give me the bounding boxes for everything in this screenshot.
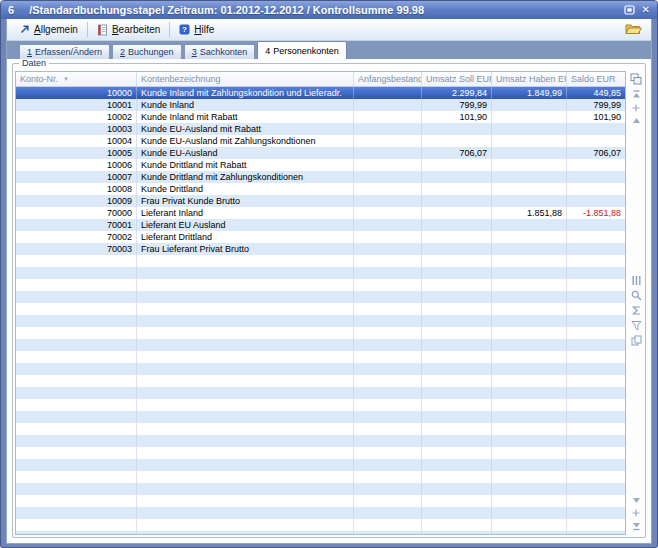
title-bar[interactable]: 6 /Standardbuchungsstapel Zeitraum: 01.2…	[1, 1, 657, 19]
cell-anfang	[354, 291, 422, 303]
cell-saldo	[567, 351, 625, 363]
cell-bez	[137, 279, 354, 291]
allgemein-button[interactable]: Allgemein	[13, 22, 84, 37]
table-row[interactable]: 70002Lieferant Drittland	[16, 231, 625, 243]
column-options-button[interactable]	[631, 275, 642, 286]
cell-konto	[16, 267, 137, 279]
content-area: Daten Konto-Nr. ▼ Kontenbezeichnung Anfa…	[7, 59, 651, 543]
scroll-to-bottom-button[interactable]	[632, 522, 641, 531]
filter-button[interactable]	[631, 320, 642, 331]
tab-personenkonten[interactable]: 4Personenkonten	[257, 41, 347, 59]
table-row[interactable]: 10003Kunde EU-Ausland mit Rabatt	[16, 123, 625, 135]
bearbeiten-button[interactable]: Bearbeiten	[91, 22, 166, 38]
current-row-button[interactable]	[632, 104, 640, 112]
cell-anfang	[354, 135, 422, 147]
cell-anfang	[354, 207, 422, 219]
table-row[interactable]: 70001Lieferant EU Ausland	[16, 219, 625, 231]
column-header-kontenbezeichnung[interactable]: Kontenbezeichnung	[137, 72, 354, 86]
cell-konto: 70001	[16, 219, 137, 231]
cell-soll	[422, 471, 492, 483]
column-header-anfangsbestand[interactable]: Anfangsbestand EUR	[354, 72, 422, 86]
cell-saldo	[567, 423, 625, 435]
hilfe-button[interactable]: ? Hilfe	[173, 22, 220, 37]
export-button[interactable]	[631, 335, 642, 346]
accounts-grid: Konto-Nr. ▼ Kontenbezeichnung Anfangsbes…	[15, 71, 626, 535]
table-row[interactable]: 10000Kunde Inland mit Zahlungskondition …	[16, 87, 625, 99]
tab-buchungen[interactable]: 2Buchungen	[112, 44, 182, 59]
column-header-umsatz-soll[interactable]: Umsatz Soll EUR	[422, 72, 492, 86]
column-header-saldo[interactable]: Saldo EUR	[567, 72, 625, 86]
cell-soll: 101,90	[422, 111, 492, 123]
empty-row	[16, 531, 625, 534]
empty-row	[16, 435, 625, 447]
tab-sachkonten[interactable]: 3Sachkonten	[184, 44, 256, 59]
table-row[interactable]: 10002Kunde Inland mit Rabatt101,90101,90	[16, 111, 625, 123]
cell-saldo	[567, 195, 625, 207]
cell-saldo	[567, 171, 625, 183]
cell-soll	[422, 435, 492, 447]
table-row[interactable]: 10007Kunde Drittland mit Zahlungskonditi…	[16, 171, 625, 183]
cell-saldo	[567, 135, 625, 147]
column-header-konto-nr[interactable]: Konto-Nr. ▼	[16, 72, 137, 86]
table-row[interactable]: 10004Kunde EU-Ausland mit Zahlungskondti…	[16, 135, 625, 147]
cell-saldo	[567, 459, 625, 471]
cell-haben	[492, 135, 567, 147]
bearbeiten-label: Bearbeiten	[112, 24, 160, 35]
table-row[interactable]: 70003Frau Lieferant Privat Brutto	[16, 243, 625, 255]
cell-soll	[422, 243, 492, 255]
table-row[interactable]: 70000Lieferant Inland1.851,88-1.851,88	[16, 207, 625, 219]
cell-soll: 799,99	[422, 99, 492, 111]
cell-saldo	[567, 447, 625, 459]
cell-bez	[137, 327, 354, 339]
cell-saldo	[567, 291, 625, 303]
arrow-up-right-icon	[19, 24, 30, 35]
cell-bez	[137, 399, 354, 411]
cell-bez	[137, 351, 354, 363]
search-button[interactable]	[631, 290, 642, 301]
open-folder-button[interactable]	[622, 20, 645, 40]
scroll-down-button[interactable]	[632, 497, 641, 504]
column-header-umsatz-haben[interactable]: Umsatz Haben EUR	[492, 72, 567, 86]
empty-row	[16, 399, 625, 411]
empty-row	[16, 339, 625, 351]
current-row-button[interactable]	[632, 509, 640, 517]
cell-saldo	[567, 267, 625, 279]
cell-bez	[137, 447, 354, 459]
cell-haben	[492, 375, 567, 387]
cell-soll	[422, 459, 492, 471]
cell-soll	[422, 279, 492, 291]
cell-saldo	[567, 363, 625, 375]
cell-soll	[422, 399, 492, 411]
empty-row	[16, 255, 625, 267]
cell-anfang	[354, 507, 422, 519]
cell-haben	[492, 159, 567, 171]
cell-saldo	[567, 507, 625, 519]
cell-bez: Kunde EU-Ausland mit Zahlungskondtionen	[137, 135, 354, 147]
cell-haben	[492, 195, 567, 207]
cell-saldo: 706,07	[567, 147, 625, 159]
cell-soll	[422, 195, 492, 207]
table-row[interactable]: 10005Kunde EU-Ausland706,07706,07	[16, 147, 625, 159]
copy-grid-button[interactable]	[630, 71, 642, 86]
table-row[interactable]: 10001Kunde Inland799,99799,99	[16, 99, 625, 111]
table-row[interactable]: 10009Frau Privat Kunde Brutto	[16, 195, 625, 207]
tab-erfassen-aendern[interactable]: 1Erfassen/Ändern	[19, 44, 110, 59]
cell-haben	[492, 423, 567, 435]
cell-konto	[16, 495, 137, 507]
table-row[interactable]: 10008Kunde Drittland	[16, 183, 625, 195]
cell-saldo	[567, 375, 625, 387]
scroll-up-button[interactable]	[632, 117, 641, 124]
summary-button[interactable]	[631, 305, 642, 316]
close-button[interactable]: ✕	[642, 5, 650, 15]
scroll-to-top-button[interactable]	[632, 90, 641, 99]
empty-row	[16, 387, 625, 399]
cell-bez	[137, 315, 354, 327]
cell-anfang	[354, 159, 422, 171]
table-row[interactable]: 10006Kunde Drittland mit Rabatt	[16, 159, 625, 171]
cell-soll	[422, 291, 492, 303]
cell-soll	[422, 267, 492, 279]
cell-bez	[137, 363, 354, 375]
cell-haben	[492, 219, 567, 231]
empty-row	[16, 291, 625, 303]
restore-button[interactable]	[624, 5, 635, 15]
